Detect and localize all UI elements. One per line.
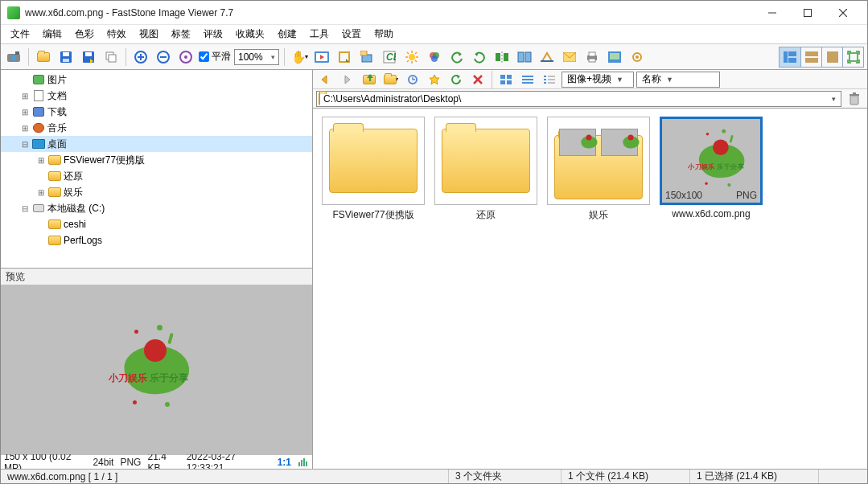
tree-item-desktop[interactable]: ⊟桌面 <box>1 136 312 152</box>
email-icon[interactable] <box>560 47 579 67</box>
tree-item[interactable]: 还原 <box>1 168 312 184</box>
back-icon[interactable] <box>316 70 335 89</box>
menu-edit[interactable]: 编辑 <box>36 25 68 43</box>
menu-settings[interactable]: 设置 <box>335 25 368 43</box>
title-bar: www.x6d.com.png - FastStone Image Viewer… <box>1 1 867 25</box>
settings-icon[interactable] <box>627 47 647 67</box>
wallpaper-icon[interactable] <box>605 47 624 67</box>
menu-view[interactable]: 视图 <box>133 25 165 43</box>
thumb-folder[interactable]: 娱乐 <box>546 117 651 222</box>
hand-icon[interactable]: ✋▾ <box>290 47 309 67</box>
folder-tree[interactable]: 图片 ⊞文档 ⊞下载 ⊞音乐 ⊟桌面 ⊞FSViewer77便携版 还原 ⊞娱乐… <box>1 70 312 268</box>
menu-favorites[interactable]: 收藏夹 <box>229 25 271 43</box>
menu-color[interactable]: 色彩 <box>68 25 101 43</box>
open-icon[interactable] <box>34 47 53 67</box>
smooth-checkbox[interactable]: 平滑 <box>199 50 231 64</box>
svg-rect-63 <box>827 51 838 63</box>
menu-tag[interactable]: 标签 <box>165 25 197 43</box>
view-thumb-icon[interactable] <box>496 70 516 89</box>
chevron-down-icon[interactable]: ▾ <box>829 95 839 103</box>
menu-tools[interactable]: 工具 <box>303 25 335 43</box>
menu-effects[interactable]: 特效 <box>101 25 133 43</box>
zoom-in-icon[interactable] <box>131 47 150 67</box>
acquire-icon[interactable] <box>4 47 23 67</box>
thumb-image-selected[interactable]: 小刀娱乐 乐于分享 150x100PNG www.x6d.com.png <box>659 117 763 219</box>
up-folder-icon[interactable] <box>360 70 379 89</box>
expand-icon[interactable]: ⊞ <box>20 124 30 133</box>
tree-item[interactable]: 图片 <box>1 72 312 88</box>
svg-rect-49 <box>541 60 553 62</box>
thumbnail-view[interactable]: FSViewer77便携版 还原 娱乐 小刀娱乐 乐于分享 <box>313 109 867 469</box>
save-icon[interactable] <box>56 47 76 67</box>
crop-icon[interactable] <box>335 47 354 67</box>
zoom-combo[interactable]: 100%▾ <box>234 49 279 65</box>
smooth-checkbox-input[interactable] <box>199 51 209 62</box>
svg-rect-8 <box>63 52 69 56</box>
svg-rect-6 <box>15 51 19 55</box>
status-files: 1 个文件 (21.4 KB) <box>562 470 690 483</box>
resize-icon[interactable] <box>357 47 376 67</box>
tree-item[interactable]: ⊞娱乐 <box>1 184 312 200</box>
svg-marker-74 <box>457 75 460 79</box>
tree-item[interactable]: PerfLogs <box>1 232 312 248</box>
add-fav-icon[interactable] <box>425 70 444 89</box>
svg-rect-59 <box>788 51 796 56</box>
app-icon <box>7 6 20 19</box>
tree-item[interactable]: ceshi <box>1 216 312 232</box>
address-bar[interactable]: C:\Users\Administrator\Desktop\ ▾ <box>316 91 841 107</box>
tree-item[interactable]: ⊞FSViewer77便携版 <box>1 152 312 168</box>
menu-rating[interactable]: 评级 <box>197 25 229 43</box>
flip-h-icon[interactable] <box>492 47 512 67</box>
expand-icon[interactable]: ⊞ <box>36 188 46 197</box>
compare-icon[interactable] <box>515 47 534 67</box>
close-button[interactable] <box>825 2 861 24</box>
adjust-light-icon[interactable] <box>402 47 422 67</box>
tree-item[interactable]: ⊟本地磁盘 (C:) <box>1 200 312 216</box>
thumb-folder[interactable]: 还原 <box>434 117 538 222</box>
history-icon[interactable] <box>403 70 422 89</box>
forward-icon[interactable] <box>338 70 357 89</box>
refresh-icon[interactable] <box>446 70 466 89</box>
thumb-folder[interactable]: FSViewer77便携版 <box>321 117 426 222</box>
rotate-left-icon[interactable] <box>447 47 467 67</box>
collapse-icon[interactable]: ⊟ <box>20 204 30 213</box>
zoom-out-icon[interactable] <box>154 47 173 67</box>
trash-icon[interactable] <box>845 89 864 109</box>
draw-icon[interactable]: CB <box>380 47 399 67</box>
expand-icon[interactable]: ⊞ <box>20 92 30 100</box>
minimize-button[interactable] <box>755 2 790 24</box>
sort-dropdown[interactable]: 名称▼ <box>636 72 720 88</box>
print-icon[interactable] <box>582 47 602 67</box>
adjust-color-icon[interactable] <box>425 47 444 67</box>
menu-file[interactable]: 文件 <box>4 25 36 43</box>
favorites-folder-icon[interactable]: ▾ <box>381 70 401 89</box>
scale-1-1-button[interactable]: 1:1 <box>278 457 291 468</box>
copy-icon[interactable] <box>101 47 121 67</box>
delete-icon[interactable] <box>468 70 487 89</box>
expand-icon[interactable]: ⊞ <box>20 108 30 117</box>
slideshow-icon[interactable] <box>312 47 331 67</box>
menu-help[interactable]: 帮助 <box>368 25 400 43</box>
view-detail-icon[interactable] <box>540 70 559 89</box>
layout-fullscreen-icon[interactable] <box>842 47 863 67</box>
filter-dropdown[interactable]: 图像+视频▼ <box>562 72 634 88</box>
layout-single-icon[interactable] <box>821 47 842 67</box>
view-list-icon[interactable] <box>518 70 537 89</box>
tree-item[interactable]: ⊞音乐 <box>1 120 312 136</box>
expand-icon[interactable]: ⊞ <box>36 156 46 165</box>
histogram-icon[interactable] <box>298 457 309 467</box>
layout-browser-icon[interactable] <box>780 47 800 67</box>
zoom-fit-icon[interactable] <box>176 47 195 67</box>
maximize-button[interactable] <box>790 2 825 24</box>
scan-icon[interactable] <box>537 47 557 67</box>
layout-thumbs-icon[interactable] <box>800 47 821 67</box>
rotate-right-icon[interactable] <box>470 47 489 67</box>
menu-bar: 文件 编辑 色彩 特效 视图 标签 评级 收藏夹 创建 工具 设置 帮助 <box>1 25 867 44</box>
tree-item[interactable]: ⊞文档 <box>1 88 312 104</box>
collapse-icon[interactable]: ⊟ <box>20 140 30 149</box>
menu-create[interactable]: 创建 <box>271 25 303 43</box>
tree-item[interactable]: ⊞下载 <box>1 104 312 120</box>
svg-rect-9 <box>63 59 69 62</box>
save-as-icon[interactable] <box>79 47 98 67</box>
preview-panel[interactable]: 小刀娱乐 乐于分享 <box>1 285 312 454</box>
